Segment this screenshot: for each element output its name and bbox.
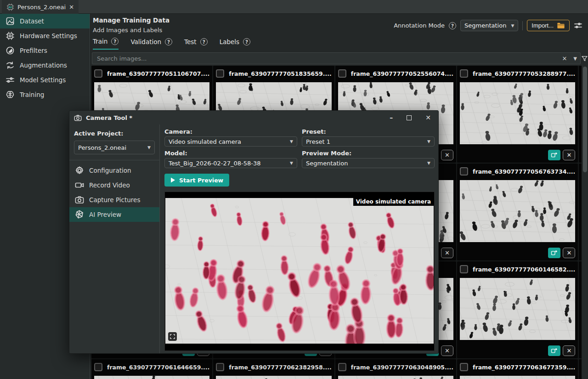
image-checkbox[interactable] [216,363,224,371]
preview-mode-select[interactable]: Segmentation ▼ [302,158,435,168]
image-thumbnail[interactable] [94,376,209,379]
image-checkbox[interactable] [460,167,468,175]
dialog-menu-record-video[interactable]: Record Video [69,178,159,192]
sidebar-item-label: Training [20,91,44,98]
import-button-label: Import... [531,22,554,29]
delete-image-button[interactable]: ✕ [563,150,575,160]
brain-icon [6,90,15,99]
move-image-button[interactable] [548,248,560,258]
sidebar-item-training[interactable]: Training [0,87,90,102]
sidebar-item-augmentations[interactable]: Augmentations [0,58,90,73]
dialog-menu-configuration[interactable]: Configuration [69,163,159,178]
image-checkbox[interactable] [216,69,224,78]
image-card: frame_639077777060963716.... ✕ [579,261,582,358]
image-card: frame_639077777053288977.... ✕ [457,66,578,163]
active-project-select[interactable]: Persons_2.oneai ▼ [74,141,155,154]
image-filename: frame_639077777052556074.... [351,70,453,77]
image-card: frame_639077777062382958.... ✕ [213,359,334,379]
clear-search-icon[interactable]: ✕ [559,55,570,62]
sidebar-item-dataset[interactable]: Dataset [0,14,90,28]
sidebar-item-hardware-settings[interactable]: Hardware Settings [0,28,90,43]
image-checkbox[interactable] [338,363,346,371]
image-thumbnail[interactable] [338,376,453,379]
search-bar: ✕ ▼ [92,52,581,64]
delete-image-button[interactable]: ✕ [563,345,575,356]
dialog-menu-ai-preview[interactable]: AI Preview [69,207,159,222]
model-value: Test_Big_2026-02-27_08-58-38 [169,160,260,167]
tab-train[interactable]: Train ? [93,38,119,50]
image-thumbnail[interactable] [460,82,575,144]
help-icon[interactable]: ? [165,38,172,45]
delete-image-button[interactable]: ✕ [441,345,453,356]
start-preview-button[interactable]: Start Preview [164,174,229,187]
image-checkbox[interactable] [94,363,102,371]
delete-image-button[interactable]: ✕ [441,150,453,160]
sidebar-item-prefilters[interactable]: Prefilters [0,43,90,58]
sidebar-item-model-settings[interactable]: Model Settings [0,73,90,87]
image-thumbnail[interactable] [460,180,575,242]
camera-select[interactable]: Video simulated camera ▼ [164,136,297,147]
image-checkbox[interactable] [460,69,468,78]
image-card: frame_639077777063677359.... ✕ [457,359,578,379]
image-card: frame_639077777064576478.... ✕ [579,359,582,379]
search-dropdown-icon[interactable]: ▼ [570,56,580,61]
preview-mode-label: Preview Mode: [302,150,435,157]
project-tab[interactable]: AI Persons_2.oneai ✕ [2,0,79,14]
camera-preview: Video simulated camera [164,192,435,351]
move-image-button[interactable] [548,150,560,160]
image-filename: frame_639077777060146582.... [473,266,575,273]
svg-text:AI: AI [9,6,12,9]
active-project-value: Persons_2.oneai [78,144,126,151]
help-icon[interactable]: ? [243,38,250,45]
close-dialog-icon[interactable]: ✕ [425,114,431,121]
minimize-icon[interactable]: – [390,114,393,121]
camera-label: Camera: [164,128,297,135]
annotation-mode-value: Segmentation [464,22,506,29]
sidebar-item-label: Model Settings [20,76,66,84]
help-icon[interactable]: ? [449,22,456,29]
view-options-icon[interactable] [574,21,582,30]
image-card: frame_639077777053997117.... ✕ [579,66,582,163]
sidebar-item-label: Dataset [20,17,44,25]
tab-validation[interactable]: Validation ? [130,38,172,50]
delete-image-button[interactable]: ✕ [441,248,453,258]
image-filename: frame_639077777051106707.... [107,70,209,77]
image-thumbnail[interactable] [460,278,575,340]
photo-camera-icon [75,195,84,204]
image-card: frame_639077777056763734.... ✕ [457,164,578,260]
tab-labels[interactable]: Labels ? [220,38,250,50]
fullscreen-icon[interactable] [168,332,177,341]
image-thumbnail[interactable] [460,376,575,379]
annotation-mode-label: Annotation Mode [394,22,445,29]
annotation-mode-select[interactable]: Segmentation ▼ [460,20,518,31]
tab-test-label: Test [184,38,197,45]
close-tab-icon[interactable]: ✕ [69,4,74,11]
image-checkbox[interactable] [460,363,468,371]
dataset-tabs: Train ? Validation ? Test ? Labels ? [93,38,250,50]
chevron-down-icon: ▼ [290,161,293,165]
image-checkbox[interactable] [338,69,346,78]
help-icon[interactable]: ? [200,38,208,45]
video-camera-icon [75,181,84,190]
preview-source-label: Video simulated camera [353,198,434,206]
image-thumbnail[interactable] [216,376,331,379]
search-input[interactable] [92,55,559,62]
maximize-icon[interactable] [407,115,412,120]
dialog-menu-capture-pictures[interactable]: Capture Pictures [69,192,159,207]
image-card: frame_639077777063048905.... ✕ [335,359,456,379]
image-card: frame_639077777057452365.... ✕ [579,164,582,260]
help-icon[interactable]: ? [111,38,119,45]
preset-select[interactable]: Preset 1 ▼ [302,136,435,147]
image-checkbox[interactable] [94,69,102,78]
move-image-button[interactable] [548,345,560,356]
image-checkbox[interactable] [460,265,468,273]
preview-mode-value: Segmentation [306,160,348,167]
tab-test[interactable]: Test ? [184,38,208,50]
dialog-title-bar[interactable]: Camera Tool * – ✕ [69,111,438,124]
import-button[interactable]: Import... [527,20,570,31]
scrollbar-thumb[interactable] [583,67,587,172]
model-select[interactable]: Test_Big_2026-02-27_08-58-38 ▼ [164,158,297,168]
filter-funnel-icon[interactable] [580,52,588,64]
tab-train-label: Train [93,38,107,45]
delete-image-button[interactable]: ✕ [563,248,575,258]
